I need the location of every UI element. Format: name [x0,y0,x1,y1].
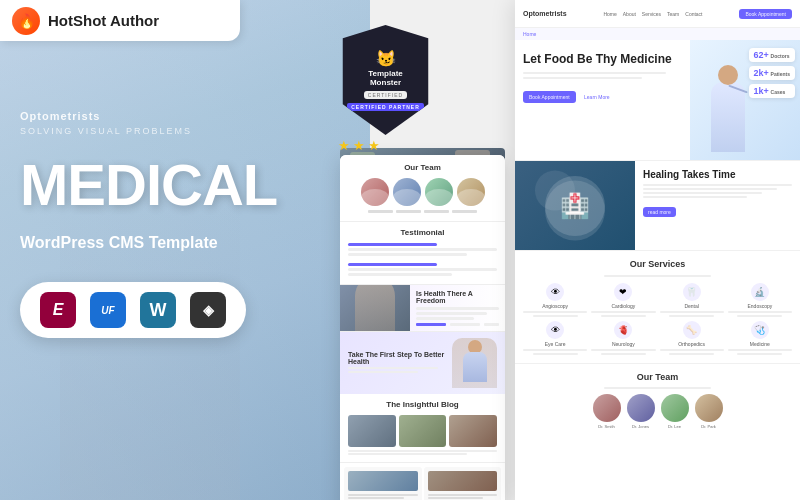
healing-section: 🏥 Healing Takes Time read more [515,160,800,250]
hero-book-btn[interactable]: Book Appointment [523,91,576,103]
bottom-strip-3 [428,494,498,496]
blog-thumb-1 [348,415,396,447]
healing-line-3 [643,192,762,194]
service-medicine: 🩺 Medicine [728,321,792,355]
right-preview-panel: Optometrists Home About Services Team Co… [515,0,800,500]
team-avatar-2 [393,178,421,206]
right-nav: Optometrists Home About Services Team Co… [515,0,800,28]
blog-thumbnails [348,415,497,447]
healing-title: Healing Takes Time [643,169,792,180]
right-nav-links: Home About Services Team Contact [603,11,702,17]
header-title: HotShot Author [48,12,159,29]
healing-readmore-btn[interactable]: read more [643,207,676,217]
certified-badge: CERTIFIED [364,91,407,99]
health-line-2 [416,312,487,315]
nav-book-button[interactable]: Book Appointment [739,9,792,19]
breadcrumb: Home [515,28,800,40]
right-team-member-1: Dr. Smith [592,394,622,429]
dental-icon: 🦷 [683,283,701,301]
hotshot-logo-icon [12,7,40,35]
right-team-name-3: Dr. Lee [660,424,690,429]
header-bar: HotShot Author [0,0,240,41]
healing-line-1 [643,184,792,186]
bottom-strip-4 [428,497,484,499]
wordpress-icon: W [140,292,176,328]
service-orthopedics: 🦴 Orthopedics [660,321,724,355]
nav-link-about: About [623,11,636,17]
services-title: Our Services [523,259,792,269]
team-section: Our Team [340,155,505,221]
stat-num-3: 1k+ [754,86,769,96]
right-team-member-4: Dr. Park [694,394,724,429]
partner-text: CERTIFIED PARTNER [351,104,420,110]
blog-title: The Insightful Blog [348,400,497,409]
team-title: Our Team [348,163,497,172]
hero-right-image: 62+ Doctors 2k+ Patients 1k+ Cases [690,40,800,160]
orthopedics-icon: 🦴 [683,321,701,339]
medicine-icon: 🩺 [751,321,769,339]
optometrists-label: Optometrists [20,110,277,122]
right-team-name-2: Dr. Jones [626,424,656,429]
hero-banner-section: Take The First Step To Better Health [340,331,505,394]
right-team-avatar-2 [627,394,655,422]
right-team-title: Our Team [523,372,792,382]
right-team-name-1: Dr. Smith [592,424,622,429]
bottom-card-img-1 [348,471,418,491]
testimonial-line-1 [348,248,497,251]
right-team-avatar-1 [593,394,621,422]
cardiology-label: Cardiology [591,303,655,309]
center-preview-panel: Our Team Testimonial Is Health There [340,155,505,500]
testimonial-line-4 [348,273,452,276]
elementor-icon: E [40,292,76,328]
angioscopy-icon: 👁 [546,283,564,301]
hero-stats: 62+ Doctors 2k+ Patients 1k+ Cases [749,48,795,98]
team-avatars-row [348,178,497,206]
health-title: Is Health There A Freedom [416,290,499,304]
partner-badge: CERTIFIED PARTNER [347,103,424,111]
health-line-3 [416,317,474,320]
right-nav-logo: Optometrists [523,10,567,17]
eye-care-icon: 👁 [546,321,564,339]
eye-care-label: Eye Care [523,341,587,347]
right-team-avatar-3 [661,394,689,422]
stat-num-1: 62+ [754,50,769,60]
right-team-member-2: Dr. Jones [626,394,656,429]
orthopedics-label: Orthopedics [660,341,724,347]
shield-icon: 😼 TemplateMonster CERTIFIED CERTIFIED PA… [338,25,433,135]
revolution-slider-icon: ◈ [190,292,226,328]
doctor-figure [700,60,755,160]
team-avatar-4 [457,178,485,206]
nav-link-services: Services [642,11,661,17]
nav-link-contact: Contact [685,11,702,17]
left-content-area: Optometrists SOLVING VISUAL PROBLEMS MED… [20,110,277,338]
endoscopy-label: Endoscopy [728,303,792,309]
services-section: Our Services 👁 Angioscopy ❤ Cardiology 🦷… [515,250,800,363]
nav-link-team: Team [667,11,679,17]
hero-banner-title: Take The First Step To Better Health [348,351,448,365]
hero-learn-btn[interactable]: Learn More [584,94,610,100]
team-avatar-3 [425,178,453,206]
hero-left-content: Let Food Be Thy Medicine Book Appointmen… [515,40,690,160]
healing-image: 🏥 [515,161,635,250]
service-neurology: 🫀 Neurology [591,321,655,355]
testimonial-accent-2 [348,263,437,266]
health-section: Is Health There A Freedom [340,284,505,331]
angioscopy-label: Angioscopy [523,303,587,309]
team-avatar-1 [361,178,389,206]
service-eye-care: 👁 Eye Care [523,321,587,355]
templatemonster-badge: 😼 TemplateMonster CERTIFIED CERTIFIED PA… [338,25,433,153]
dental-label: Dental [660,303,724,309]
blog-section: The Insightful Blog [340,394,505,462]
bottom-strip-1 [348,494,418,496]
rating-stars: ★ ★ ★ [338,138,433,153]
testimonial-line-2 [348,253,467,256]
right-team-avatar-4 [695,394,723,422]
health-line-1 [416,307,499,310]
right-team-avatars: Dr. Smith Dr. Jones Dr. Lee Dr. Park [523,394,792,429]
healing-line-2 [643,188,777,190]
service-dental: 🦷 Dental [660,283,724,317]
service-angioscopy: 👁 Angioscopy [523,283,587,317]
service-cardiology: ❤ Cardiology [591,283,655,317]
hero-banner-text: Take The First Step To Better Health [348,351,448,375]
stat-cases: 1k+ Cases [749,84,795,98]
